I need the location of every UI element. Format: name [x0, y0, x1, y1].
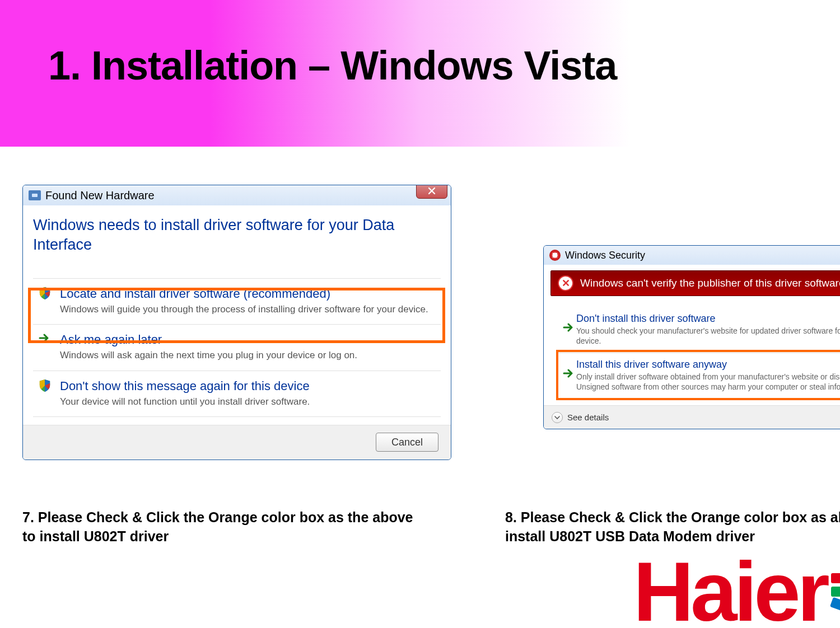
close-icon: [427, 186, 436, 195]
windows-security-dialog: ✕ Windows Security ✕ Windows can't verif…: [543, 245, 840, 429]
fnh-option-desc: Windows will guide you through the proce…: [60, 303, 435, 315]
wizard-icon: [29, 190, 41, 200]
caption-right: 8. Please Check & Click the Orange color…: [505, 508, 840, 546]
sec-title-text: Windows Security: [565, 250, 645, 261]
fnh-footer: Cancel: [23, 425, 451, 460]
sec-option-title: Don't install this driver software: [576, 313, 840, 325]
sec-option-desc: Only install driver software obtained fr…: [576, 372, 840, 392]
fnh-option-title: Don't show this message again for this d…: [60, 379, 435, 393]
found-new-hardware-dialog: Found New Hardware Windows needs to inst…: [22, 185, 451, 460]
close-button[interactable]: [416, 185, 447, 199]
haier-logo: Haier: [633, 550, 840, 628]
fnh-option-locate-install[interactable]: Locate and install driver software (reco…: [33, 278, 441, 324]
cancel-button[interactable]: Cancel: [376, 433, 438, 452]
fnh-option-dont-show[interactable]: Don't show this message again for this d…: [33, 371, 441, 417]
slide: 1. Installation – Windows Vista Found Ne…: [0, 0, 840, 628]
chevron-down-icon[interactable]: [552, 412, 563, 423]
fnh-title-text: Found New Hardware: [45, 189, 155, 202]
fnh-option-desc: Windows will ask again the next time you…: [60, 349, 435, 361]
error-badge-icon: ✕: [558, 275, 573, 291]
fnh-titlebar: Found New Hardware: [23, 185, 451, 205]
sec-option-dont-install[interactable]: Don't install this driver software You s…: [557, 307, 840, 353]
sec-titlebar: ✕ Windows Security: [544, 246, 840, 265]
fnh-option-desc: Your device will not function until you …: [60, 396, 435, 407]
fnh-option-title: Locate and install driver software (reco…: [60, 287, 435, 301]
caption-left: 7. Please Check & Click the Orange color…: [22, 508, 414, 546]
arrow-right-icon: [560, 360, 571, 372]
sec-option-title: Install this driver software anyway: [576, 359, 840, 371]
sec-option-install-anyway[interactable]: Install this driver software anyway Only…: [557, 353, 840, 399]
sec-warning-bar: ✕ Windows can't verify the publisher of …: [550, 270, 840, 296]
title-banner: 1. Installation – Windows Vista: [0, 0, 840, 147]
sec-warning-text: Windows can't verify the publisher of th…: [580, 277, 840, 289]
security-error-icon: ✕: [549, 250, 561, 261]
slide-title: 1. Installation – Windows Vista: [48, 43, 840, 88]
sec-option-desc: You should check your manufacturer's web…: [576, 326, 840, 346]
fnh-option-title: Ask me again later: [60, 332, 435, 347]
logo-text: Haier: [633, 550, 827, 628]
arrow-right-icon: [560, 315, 571, 326]
see-details-link[interactable]: See details: [567, 413, 609, 422]
logo-accent-icon: [831, 558, 840, 625]
arrow-right-icon: [39, 332, 52, 346]
shield-icon: [39, 287, 52, 300]
shield-icon: [39, 379, 52, 392]
fnh-option-ask-later[interactable]: Ask me again later Windows will ask agai…: [33, 324, 441, 370]
fnh-heading: Windows needs to install driver software…: [33, 215, 441, 255]
sec-footer: See details: [544, 405, 840, 429]
